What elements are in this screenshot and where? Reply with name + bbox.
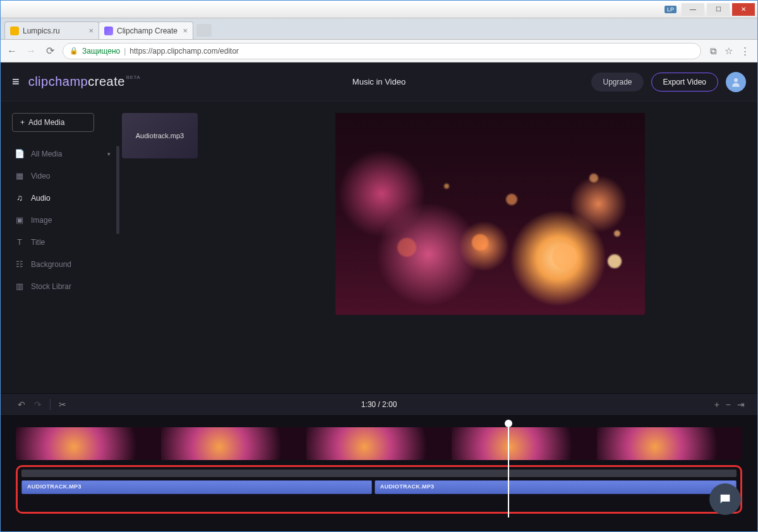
close-icon[interactable]: × (88, 26, 93, 35)
sidebar-item-label: Background (31, 260, 71, 269)
video-track[interactable] (16, 427, 742, 460)
audio-clip-1[interactable]: AUDIOTRACK.MP3 (21, 480, 372, 494)
sidebar-item-label: Audio (31, 194, 51, 203)
image-icon: ▣ (15, 215, 25, 225)
favicon-icon (104, 27, 113, 35)
lock-icon: 🔒 (69, 47, 78, 55)
redo-button[interactable]: ↷ (30, 399, 46, 410)
sidebar-item-label: Title (31, 238, 45, 247)
app-logo[interactable]: clipchampcreateBETA (28, 74, 140, 89)
zoom-fit-button[interactable]: ⇥ (737, 399, 745, 410)
window-titlebar: LP — ☐ ✕ (1, 1, 757, 18)
menu-icon[interactable]: ⋮ (740, 45, 750, 57)
window-close-button[interactable]: ✕ (732, 3, 755, 16)
sidebar-item-video[interactable]: ▦ Video (12, 167, 113, 185)
forward-button[interactable]: → (25, 45, 37, 57)
title-icon: T (15, 237, 25, 247)
zoom-in-button[interactable]: + (714, 399, 719, 410)
back-button[interactable]: ← (6, 45, 18, 57)
new-tab-button[interactable] (196, 24, 212, 37)
layers-icon: ☷ (15, 259, 25, 269)
address-bar[interactable]: 🔒 Защищено | https://app.clipchamp.com/e… (63, 43, 701, 59)
undo-button[interactable]: ↶ (13, 399, 30, 410)
add-media-label: Add Media (28, 118, 64, 127)
sidebar-item-label: Image (31, 216, 52, 225)
reload-button[interactable]: ⟳ (44, 45, 56, 57)
sidebar-item-label: All Media (31, 150, 62, 158)
tab-label: Lumpics.ru (23, 27, 60, 35)
export-video-button[interactable]: Export Video (651, 73, 719, 92)
add-media-button[interactable]: + Add Media (12, 113, 94, 132)
secure-label: Защищено (82, 47, 120, 56)
sidebar-item-image[interactable]: ▣ Image (12, 211, 113, 229)
sidebar-item-title[interactable]: T Title (12, 233, 113, 251)
audio-clip-2[interactable]: AUDIOTRACK.MP3 (375, 480, 737, 494)
zoom-out-button[interactable]: − (726, 399, 731, 410)
plus-icon: + (20, 118, 25, 127)
audio-track-header[interactable] (21, 470, 737, 477)
menu-icon[interactable]: ≡ (12, 74, 20, 89)
timeline[interactable]: AUDIOTRACK.MP3 AUDIOTRACK.MP3 (1, 416, 757, 531)
window-minimize-button[interactable]: — (682, 3, 704, 16)
preview-panel (248, 102, 757, 393)
media-panel: Audiotrack.mp3 (122, 102, 248, 393)
bookmark-icon[interactable]: ☆ (725, 45, 733, 57)
sidebar: + Add Media 📄 All Media ▾ ▦ Video ♫ Audi… (1, 102, 122, 393)
audio-track-area: AUDIOTRACK.MP3 AUDIOTRACK.MP3 (16, 465, 742, 514)
media-card-audiotrack[interactable]: Audiotrack.mp3 (122, 113, 198, 158)
close-icon[interactable]: × (183, 26, 188, 35)
sidebar-item-label: Video (31, 172, 50, 180)
cut-button[interactable]: ✂ (54, 399, 71, 410)
svg-point-0 (734, 78, 738, 82)
file-icon: 📄 (15, 149, 25, 158)
profile-badge: LP (665, 6, 677, 13)
upgrade-button[interactable]: Upgrade (591, 73, 643, 92)
media-card-label: Audiotrack.mp3 (136, 132, 184, 139)
browser-toolbar: ← → ⟳ 🔒 Защищено | https://app.clipchamp… (1, 40, 757, 62)
app-header: ≡ clipchampcreateBETA Music in Video Upg… (1, 62, 757, 102)
chevron-down-icon: ▾ (107, 151, 111, 157)
sidebar-item-all-media[interactable]: 📄 All Media ▾ (12, 145, 113, 163)
video-icon: ▦ (15, 171, 25, 180)
url-text: https://app.clipchamp.com/editor (129, 47, 239, 56)
chat-button[interactable] (709, 483, 741, 515)
sidebar-item-stock[interactable]: ▥ Stock Librar (12, 277, 113, 295)
translate-icon[interactable]: ⧉ (710, 45, 717, 57)
store-icon: ▥ (15, 281, 25, 291)
sidebar-item-label: Stock Librar (31, 282, 71, 291)
browser-tab-lumpics[interactable]: Lumpics.ru × (4, 21, 99, 39)
browser-tab-clipchamp[interactable]: Clipchamp Create × (99, 21, 193, 39)
project-title[interactable]: Music in Video (352, 77, 406, 86)
sidebar-item-background[interactable]: ☷ Background (12, 255, 113, 273)
window-maximize-button[interactable]: ☐ (707, 3, 730, 16)
timeline-toolbar: ↶ ↷ ✂ 1:30 / 2:00 + − ⇥ (1, 393, 757, 416)
playhead[interactable] (508, 422, 509, 517)
sidebar-scrollbar[interactable] (116, 146, 119, 234)
user-avatar[interactable] (726, 72, 746, 92)
tab-label: Clipchamp Create (117, 27, 177, 35)
sidebar-item-audio[interactable]: ♫ Audio (12, 189, 113, 207)
video-preview[interactable] (335, 113, 645, 315)
favicon-icon (10, 27, 19, 35)
time-display: 1:30 / 2:00 (361, 400, 397, 409)
audio-icon: ♫ (15, 193, 25, 203)
browser-tabstrip: Lumpics.ru × Clipchamp Create × (1, 18, 757, 40)
app-root: ≡ clipchampcreateBETA Music in Video Upg… (1, 62, 757, 531)
